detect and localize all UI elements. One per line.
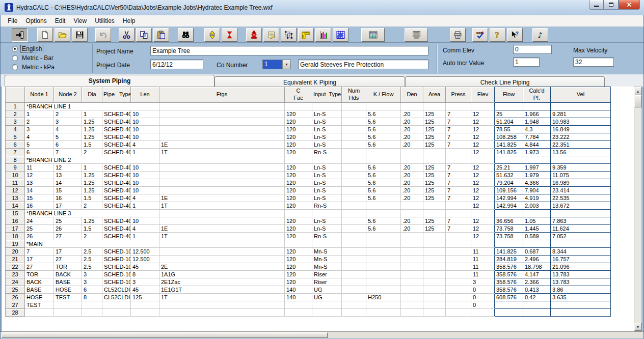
paste-button[interactable] <box>153 28 169 42</box>
menu-item-edit[interactable]: Edit <box>51 16 70 25</box>
row-number[interactable]: 3 <box>6 118 25 126</box>
grid-cell[interactable]: 141.825 <box>495 248 523 256</box>
grid-cell[interactable] <box>342 194 366 202</box>
grid-cell[interactable]: SCHED-40 <box>102 141 131 149</box>
grid-cell[interactable] <box>446 294 471 301</box>
grid-cell[interactable]: UG <box>312 294 342 301</box>
grid-cell[interactable]: .20 <box>401 172 423 179</box>
grid-cell[interactable]: 7 <box>25 248 54 256</box>
grid-cell[interactable]: 1.25 <box>82 126 102 133</box>
grid-cell[interactable] <box>285 301 312 309</box>
grid-cell[interactable]: 9.359 <box>551 164 611 172</box>
grid-cell[interactable] <box>159 172 285 179</box>
grid-cell[interactable]: 7 <box>446 141 471 149</box>
grid-cell[interactable]: 13.672 <box>551 202 611 210</box>
grid-cell[interactable] <box>471 309 495 317</box>
grid-cell[interactable] <box>82 309 102 317</box>
row-number[interactable]: 2 <box>6 110 25 118</box>
grid-cell[interactable]: 3 <box>54 118 82 126</box>
grid-cell[interactable]: 3 <box>25 126 54 133</box>
grid-cell[interactable] <box>342 133 366 141</box>
grid-cell[interactable]: 7 <box>446 133 471 141</box>
grid-cell[interactable]: 3 <box>82 271 102 278</box>
grid-cell[interactable] <box>366 248 401 256</box>
radio-icon[interactable] <box>12 55 18 61</box>
grid-cell[interactable]: TOR <box>25 271 54 278</box>
grid-cell[interactable]: 0 <box>471 301 495 309</box>
grid-cell[interactable]: 6 <box>25 149 54 156</box>
company-input[interactable] <box>298 60 428 69</box>
cut-button[interactable] <box>119 28 135 42</box>
grid-cell[interactable]: 125 <box>423 225 446 233</box>
minimize-button[interactable] <box>589 0 604 10</box>
grid-cell[interactable]: 10.983 <box>551 118 611 126</box>
grid-cell[interactable]: 10 <box>131 172 159 179</box>
grid-cell[interactable]: 23.414 <box>551 187 611 194</box>
grid-cell[interactable]: 284.819 <box>495 256 523 263</box>
grid-cell[interactable] <box>342 156 366 164</box>
grid-cell[interactable]: Rn-S <box>312 202 342 210</box>
grid-cell[interactable] <box>342 309 366 317</box>
grid-cell[interactable]: 5.6 <box>366 217 401 225</box>
grid-cell[interactable] <box>159 164 285 172</box>
grid-cell[interactable] <box>423 278 446 286</box>
grid-cell[interactable]: 5.6 <box>366 133 401 141</box>
grid-cell[interactable]: 1.25 <box>82 217 102 225</box>
grid-cell[interactable] <box>312 210 342 217</box>
grid-cell[interactable]: SCHED-40 <box>102 194 131 202</box>
close-button[interactable]: ✕ <box>619 0 640 10</box>
grid-cell[interactable]: 8 <box>131 271 159 278</box>
grid-cell[interactable] <box>312 156 342 164</box>
grid-cell[interactable] <box>551 210 611 217</box>
grid-cell[interactable]: 7.784 <box>523 133 551 141</box>
grid-cell[interactable] <box>342 217 366 225</box>
monitor-button[interactable] <box>405 28 428 42</box>
grid-cell[interactable]: 13.56 <box>551 149 611 156</box>
grid-cell[interactable]: 2.496 <box>523 256 551 263</box>
grid-cell[interactable] <box>446 202 471 210</box>
grid-cell[interactable] <box>342 233 366 240</box>
row-number[interactable]: 22 <box>6 263 25 271</box>
grid-cell[interactable]: 11 <box>471 248 495 256</box>
grid-cell[interactable] <box>342 286 366 294</box>
grid-cell[interactable]: .20 <box>401 164 423 172</box>
grid-cell[interactable]: 13.783 <box>551 271 611 278</box>
notes-button[interactable] <box>263 28 279 42</box>
grid-cell[interactable]: SCHED-10 <box>102 256 131 263</box>
grid-cell[interactable]: 7 <box>446 118 471 126</box>
grid-cell[interactable]: BASE <box>25 286 54 294</box>
grid-cell[interactable]: 141.825 <box>495 141 523 149</box>
grid-cell[interactable]: 1E <box>159 225 285 233</box>
scroll-up-icon[interactable]: ▲ <box>634 87 641 95</box>
grid-cell[interactable]: 0.589 <box>523 233 551 240</box>
grid-cell[interactable] <box>342 103 366 110</box>
row-number[interactable]: 8 <box>6 156 25 164</box>
grid-cell[interactable]: 1.966 <box>523 110 551 118</box>
grid-cell[interactable] <box>342 256 366 263</box>
grid-cell[interactable]: CL52CLDI <box>102 286 131 294</box>
grid-cell[interactable]: 125 <box>423 194 446 202</box>
row-number[interactable]: 13 <box>6 194 25 202</box>
project-date-input[interactable] <box>150 60 203 69</box>
grid-cell[interactable]: 7 <box>446 179 471 187</box>
tab-system-piping[interactable]: System Piping <box>5 75 214 87</box>
row-number[interactable]: 24 <box>6 278 25 286</box>
grid-cell[interactable]: .20 <box>401 187 423 194</box>
grid-cell[interactable]: 73.758 <box>495 233 523 240</box>
grid-cell[interactable]: 0 <box>471 294 495 301</box>
grid-cell[interactable]: 2.5 <box>82 263 102 271</box>
grid-cell[interactable]: 5.6 <box>366 179 401 187</box>
grid-cell[interactable] <box>423 271 446 278</box>
grid-cell[interactable]: 109.156 <box>495 187 523 194</box>
grid-cell[interactable]: 17 <box>54 202 82 210</box>
grid-cell[interactable]: Mn-S <box>312 256 342 263</box>
grid-cell[interactable]: 1A1G <box>159 271 285 278</box>
grid-cell[interactable]: BASE <box>54 278 82 286</box>
grid-cell[interactable] <box>102 301 131 309</box>
grid-cell[interactable] <box>423 240 446 248</box>
grid-cell[interactable]: 12 <box>471 233 495 240</box>
new-document-button[interactable] <box>37 28 53 42</box>
grid-cell[interactable]: SCHED-40 <box>102 126 131 133</box>
grid-cell[interactable]: 12 <box>471 194 495 202</box>
grid-cell[interactable]: 108.258 <box>495 133 523 141</box>
